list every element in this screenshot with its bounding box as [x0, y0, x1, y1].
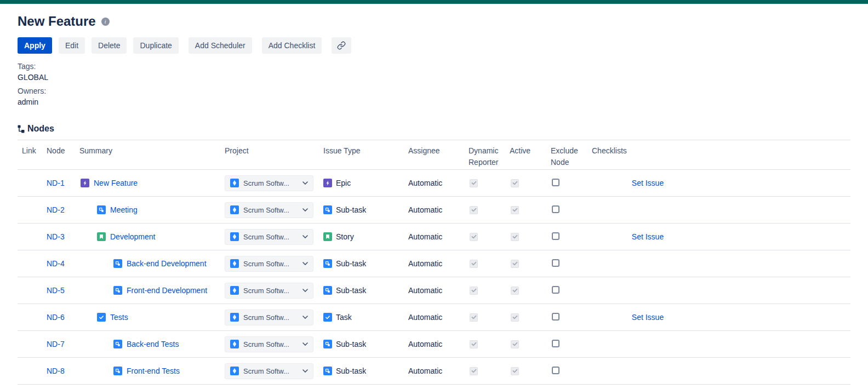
edit-button[interactable]: Edit	[59, 37, 85, 54]
project-select[interactable]: Scrum Softw...	[225, 283, 313, 299]
issue-type-icon	[323, 367, 332, 375]
active-checkbox	[511, 340, 519, 348]
project-select[interactable]: Scrum Softw...	[225, 175, 313, 191]
summary-link[interactable]: Back-end Tests	[127, 340, 179, 348]
node-id-link[interactable]: ND-3	[47, 232, 65, 241]
top-accent-bar	[0, 0, 868, 4]
summary-cell: New Feature	[75, 179, 220, 187]
summary-link[interactable]: Meeting	[110, 205, 138, 214]
active-cell	[505, 340, 546, 348]
node-cell: ND-2	[42, 205, 75, 214]
node-id-link[interactable]: ND-4	[47, 259, 65, 268]
template-details: Tags: GLOBAL Owners: admin	[18, 61, 850, 107]
project-avatar-icon	[230, 367, 239, 375]
copy-link-button[interactable]	[332, 37, 351, 54]
dynamic-reporter-cell	[464, 232, 505, 241]
tree-hierarchy-icon	[18, 125, 25, 133]
assignee-value: Automatic	[404, 367, 464, 375]
node-id-link[interactable]: ND-8	[47, 367, 65, 375]
dynamic-reporter-cell	[464, 367, 505, 375]
active-cell	[505, 313, 546, 322]
summary-cell: Back-end Tests	[75, 340, 220, 348]
dynamic-reporter-cell	[464, 179, 505, 187]
table-row: ND-8 Front-end Tests Scrum Softw...	[18, 358, 850, 385]
tags-group: Tags: GLOBAL	[18, 61, 850, 83]
project-avatar-icon	[230, 259, 239, 268]
chevron-down-icon	[302, 289, 308, 292]
node-id-link[interactable]: ND-7	[47, 340, 65, 348]
summary-link[interactable]: Front-end Development	[127, 286, 207, 295]
node-id-link[interactable]: ND-1	[47, 179, 65, 187]
issue-type-cell: Task	[319, 313, 404, 322]
node-id-link[interactable]: ND-5	[47, 286, 65, 295]
issue-type-cell: Sub-task	[319, 286, 404, 295]
exclude-node-checkbox[interactable]	[552, 367, 559, 374]
summary-cell: Development	[75, 232, 220, 241]
project-cell: Scrum Softw...	[220, 256, 319, 272]
summary-link[interactable]: Tests	[110, 313, 128, 322]
assignee-value: Automatic	[404, 340, 464, 348]
tags-value: GLOBAL	[18, 72, 850, 83]
exclude-node-checkbox[interactable]	[552, 205, 559, 213]
set-issue-link[interactable]: Set Issue	[632, 232, 664, 241]
summary-type-icon	[81, 179, 89, 187]
project-select[interactable]: Scrum Softw...	[225, 256, 313, 272]
set-issue-link[interactable]: Set Issue	[632, 313, 664, 322]
dynamic-reporter-checkbox	[470, 313, 478, 322]
exclude-node-checkbox[interactable]	[552, 286, 559, 294]
project-select-value: Scrum Softw...	[243, 367, 298, 375]
project-select[interactable]: Scrum Softw...	[225, 336, 313, 352]
issue-type-icon	[323, 313, 332, 322]
project-select-value: Scrum Softw...	[243, 313, 298, 322]
summary-link[interactable]: Development	[110, 232, 156, 241]
exclude-node-cell	[546, 313, 587, 322]
summary-link[interactable]: Back-end Development	[127, 259, 207, 268]
node-id-link[interactable]: ND-2	[47, 205, 65, 214]
delete-button[interactable]: Delete	[92, 37, 127, 54]
project-select-value: Scrum Softw...	[243, 206, 298, 214]
summary-link[interactable]: Front-end Tests	[127, 367, 180, 375]
issue-type-label: Story	[336, 232, 354, 241]
issue-type-icon	[323, 340, 332, 348]
chevron-down-icon	[302, 369, 308, 373]
assignee-value: Automatic	[404, 179, 464, 187]
issue-type-cell: Sub-task	[319, 259, 404, 268]
node-cell: ND-5	[42, 286, 75, 295]
exclude-node-checkbox[interactable]	[552, 232, 559, 240]
summary-link[interactable]: New Feature	[94, 179, 138, 187]
table-row: ND-6 Tests Scrum Softw...	[18, 304, 850, 331]
info-icon[interactable]: i	[101, 18, 110, 26]
exclude-node-checkbox[interactable]	[552, 313, 559, 321]
project-cell: Scrum Softw...	[220, 229, 319, 245]
issue-type-icon	[323, 205, 332, 214]
chevron-down-icon	[302, 262, 308, 265]
active-checkbox	[511, 287, 519, 295]
project-select-value: Scrum Softw...	[243, 233, 298, 241]
add-checklist-button[interactable]: Add Checklist	[262, 37, 322, 54]
node-id-link[interactable]: ND-6	[47, 313, 65, 322]
issue-type-label: Task	[336, 313, 352, 322]
active-checkbox	[511, 179, 519, 187]
set-issue-link[interactable]: Set Issue	[632, 179, 664, 187]
add-scheduler-button[interactable]: Add Scheduler	[189, 37, 252, 54]
duplicate-button[interactable]: Duplicate	[133, 37, 178, 54]
project-select-value: Scrum Softw...	[243, 260, 298, 268]
issue-type-label: Sub-task	[336, 367, 366, 375]
project-select[interactable]: Scrum Softw...	[225, 363, 313, 379]
active-cell	[505, 205, 546, 214]
active-cell	[505, 367, 546, 375]
summary-cell: Front-end Development	[75, 286, 220, 295]
table-row: ND-2 Meeting Scrum Softw...	[18, 197, 850, 224]
exclude-node-checkbox[interactable]	[552, 259, 559, 267]
active-cell	[505, 232, 546, 241]
apply-button[interactable]: Apply	[18, 37, 52, 54]
project-select[interactable]: Scrum Softw...	[225, 202, 313, 218]
summary-cell: Tests	[75, 313, 220, 322]
col-link: Link	[18, 145, 42, 157]
dynamic-reporter-checkbox	[470, 206, 478, 214]
exclude-node-checkbox[interactable]	[552, 340, 559, 347]
project-select[interactable]: Scrum Softw...	[225, 229, 313, 245]
exclude-node-checkbox[interactable]	[552, 179, 559, 186]
issue-type-label: Sub-task	[336, 340, 366, 348]
project-select[interactable]: Scrum Softw...	[225, 310, 313, 325]
